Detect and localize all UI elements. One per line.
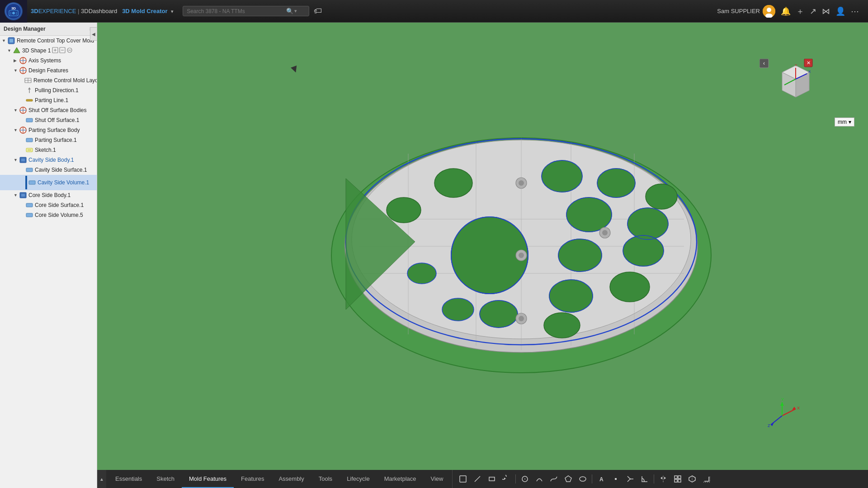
tool-mirror[interactable] <box>656 472 670 486</box>
root-icon <box>7 37 15 45</box>
tab-bar: Essentials Sketch Mold Features Features… <box>106 470 452 488</box>
search-input[interactable] <box>187 8 286 14</box>
partingsurface-icon <box>19 126 27 134</box>
expand-cavityside1[interactable]: ▼ <box>14 158 18 162</box>
expand-designfeatures[interactable]: ▼ <box>14 68 18 73</box>
notification-icon[interactable]: 🔔 <box>781 6 791 16</box>
tool-text[interactable]: A <box>594 472 608 486</box>
orientation-cube[interactable]: ‹ Y X ✕ <box>760 59 814 113</box>
tab-assembly[interactable]: Assembly <box>271 470 311 488</box>
tool-spline[interactable] <box>547 472 561 486</box>
tool-point[interactable] <box>609 472 623 486</box>
tree-item-partingsurface1[interactable]: ▶ Parting Surface.1 <box>0 135 97 145</box>
shutoff-icon <box>19 106 27 114</box>
brand-sep: | <box>76 8 81 14</box>
tag-icon[interactable]: 🏷 <box>314 6 322 16</box>
tree: ▼ Remote Control Top Cover Mold ▼ 3D Sha… <box>0 36 97 220</box>
tab-view[interactable]: View <box>424 470 451 488</box>
axis-icon <box>19 56 27 65</box>
svg-rect-129 <box>678 476 681 479</box>
app-dropdown-button[interactable]: ▾ <box>171 9 174 14</box>
cavitysurface1-icon <box>25 166 33 174</box>
tab-mold-features[interactable]: Mold Features <box>182 470 234 488</box>
tree-item-partingline[interactable]: ▶ Parting Line.1 <box>0 95 97 105</box>
tab-marketplace[interactable]: Marketplace <box>377 470 424 488</box>
tab-essentials[interactable]: Essentials <box>108 470 149 488</box>
add-icon[interactable]: ＋ <box>796 6 804 17</box>
tool-select[interactable] <box>456 472 470 486</box>
tool-undo[interactable] <box>500 472 513 486</box>
tool-line[interactable] <box>471 472 484 486</box>
cavityside1-icon <box>19 156 27 164</box>
tool-rect[interactable] <box>485 472 499 486</box>
svg-point-7 <box>767 8 771 12</box>
tab-tools[interactable]: Tools <box>311 470 340 488</box>
tool-separator-3 <box>654 474 654 483</box>
connect-icon[interactable]: ⋈ <box>822 6 830 16</box>
svg-marker-109 <box>780 402 784 406</box>
tree-item-shutoffsurface1[interactable]: ▶ Shut Off Surface.1 <box>0 115 97 125</box>
unit-dropdown-icon[interactable]: ▾ <box>849 119 851 125</box>
tree-item-corevolume5[interactable]: ▶ Core Side Volume.5 <box>0 210 97 220</box>
profile-icon[interactable]: 👤 <box>835 6 845 16</box>
tab-features[interactable]: Features <box>234 470 271 488</box>
tool-corner[interactable] <box>638 472 651 486</box>
tree-item-shutoff[interactable]: ▼ Shut Off Surface Bodies <box>0 105 97 115</box>
expand-partingsurface[interactable]: ▼ <box>14 128 18 132</box>
tree-item-designfeatures[interactable]: ▼ Design Features <box>0 66 97 75</box>
tree-item-cavityside1[interactable]: ▼ Cavity Side Body.1 <box>0 155 97 165</box>
svg-line-110 <box>771 416 782 425</box>
partingsurface1-icon <box>25 136 33 144</box>
toolbar-expand-button[interactable]: ▲ <box>97 470 106 488</box>
svg-rect-124 <box>615 478 617 480</box>
tree-item-coreside1[interactable]: ▼ Core Side Body.1 <box>0 190 97 200</box>
tool-pattern[interactable] <box>671 472 684 486</box>
sidebar-collapse-button[interactable]: ◀ <box>90 27 97 41</box>
tool-3dbox[interactable] <box>685 472 699 486</box>
tool-offset[interactable] <box>700 472 713 486</box>
tree-item-shape1[interactable]: ▼ 3D Shape 1 <box>0 46 97 56</box>
tree-item-cavitysurface1[interactable]: ▶ Cavity Side Surface.1 <box>0 165 97 175</box>
sketch1-label: Sketch.1 <box>35 147 56 153</box>
sidebar-title: Design Manager <box>4 26 46 32</box>
tab-sketch[interactable]: Sketch <box>149 470 182 488</box>
tree-item-coresurface1[interactable]: ▶ Core Side Surface.1 <box>0 200 97 210</box>
tool-ellipse[interactable] <box>576 472 590 486</box>
tool-circle[interactable] <box>518 472 532 486</box>
svg-marker-121 <box>565 476 571 482</box>
unit-selector[interactable]: mm ▾ <box>835 117 854 127</box>
user-avatar <box>763 5 775 18</box>
svg-rect-10 <box>9 39 13 42</box>
share-icon[interactable]: ↗ <box>810 6 816 16</box>
svg-marker-127 <box>664 477 666 479</box>
app-logo: 3D <box>0 0 27 23</box>
expand-shape1[interactable]: ▼ <box>7 48 12 53</box>
expand-coreside1[interactable]: ▼ <box>14 193 18 197</box>
search-icon[interactable]: 🔍 <box>286 8 293 14</box>
tool-arc[interactable] <box>533 472 546 486</box>
tool-trim[interactable] <box>623 472 637 486</box>
tab-lifecycle[interactable]: Lifecycle <box>340 470 377 488</box>
tool-polygon[interactable] <box>561 472 575 486</box>
cavityvolume1-icon <box>28 178 36 187</box>
search-dropdown-icon[interactable]: ▾ <box>294 8 297 14</box>
tree-item-moldlayout[interactable]: ▶ Remote Control Mold Layout <box>0 75 97 85</box>
expand-root[interactable]: ▼ <box>2 38 6 43</box>
user-info: Sam SUPPLIER <box>717 5 775 18</box>
tree-item-partingsurface[interactable]: ▼ Parting Surface Body <box>0 125 97 135</box>
axis-indicator: X Y Z <box>764 398 800 434</box>
svg-point-63 <box>646 184 677 209</box>
tree-item-pullingdir[interactable]: ▶ Pulling Direction.1 <box>0 85 97 95</box>
expand-shutoff[interactable]: ▼ <box>14 108 18 113</box>
tree-item-root[interactable]: ▼ Remote Control Top Cover Mold <box>0 36 97 46</box>
svg-rect-38 <box>26 138 33 142</box>
expand-axis[interactable]: ▶ <box>14 58 18 63</box>
tree-item-axis[interactable]: ▶ Axis Systems <box>0 56 97 66</box>
tree-item-cavityvolume1[interactable]: ▶ Cavity Side Volume.1 <box>0 175 97 190</box>
tool-separator-1 <box>515 474 516 483</box>
topbar-right: Sam SUPPLIER 🔔 ＋ ↗ ⋈ 👤 ⋯ <box>717 5 868 18</box>
svg-point-91 <box>602 230 608 235</box>
tree-item-sketch1[interactable]: ▶ Sketch.1 <box>0 145 97 155</box>
brand-dashboard: 3DDashboard <box>81 8 117 14</box>
more-icon[interactable]: ⋯ <box>851 6 859 16</box>
